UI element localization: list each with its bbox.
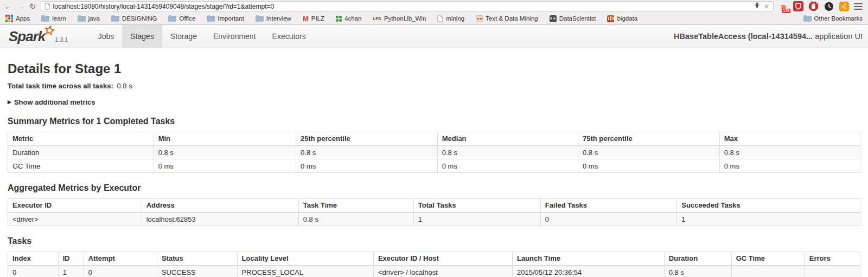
fly-icon[interactable] [754,2,761,11]
bookmark-label: PILZ [311,15,324,22]
bookmark-label: Office [179,15,195,22]
bookmark-item-office[interactable]: Office [168,15,195,22]
tab-storage[interactable]: Storage [162,25,205,48]
tab-jobs[interactable]: Jobs [90,25,123,48]
cell-min: 0.8 s [154,146,296,159]
column-header-total-tasks[interactable]: Total Tasks [413,199,540,212]
bookmark-item-learn[interactable]: learn [41,15,66,22]
menu-icon[interactable] [854,3,863,10]
tasks-table: IndexIDAttemptStatusLocality LevelExecut… [8,252,860,277]
column-header-median[interactable]: Median [437,132,578,146]
back-icon[interactable]: ← [4,2,12,10]
aggregated-metrics-heading: Aggregated Metrics by Executor [8,183,860,193]
cell-total-tasks: 1 [413,212,540,226]
screenshot-extension-icon[interactable] [839,1,849,11]
extension-badge: 178 [782,9,790,13]
table-row: <driver>localhost:628530.8 s101 [8,212,860,226]
table-row: 010SUCCESSPROCESS_LOCAL<driver> / localh… [8,266,860,277]
column-header-max[interactable]: Max [719,132,860,146]
table-header-row: IndexIDAttemptStatusLocality LevelExecut… [8,252,860,266]
url-text[interactable]: localhost:18080/history/local-1431459409… [53,3,751,10]
page-icon [44,3,50,10]
bookmark-item-4chan[interactable]: 4chan [336,15,361,22]
bookmark-item-pilz[interactable]: MPILZ [303,15,324,23]
tasks-heading: Tasks [8,236,860,246]
column-header-launch-time[interactable]: Launch Time [513,252,665,266]
cell-executor-id-host: <driver> / localhost [373,266,512,277]
show-additional-metrics-toggle[interactable]: ▶ Show additional metrics [8,98,860,106]
column-header-address[interactable]: Address [142,199,298,212]
apps-shortcut[interactable]: Apps [5,15,30,22]
bookmark-item-bigdata[interactable]: bigdata [607,15,637,22]
cell-locality-level: PROCESS_LOCAL [237,266,373,277]
column-header-attempt[interactable]: Attempt [84,252,157,266]
other-bookmarks[interactable]: Other Bookmarks [803,15,863,22]
spark-logo-text: Spark [9,28,53,45]
spark-version: 1.3.1 [55,36,68,43]
column-header-min[interactable]: Min [154,132,296,146]
table-header-row: Executor IDAddressTask TimeTotal TasksFa… [8,199,860,212]
bookmark-item-pythonlib-win[interactable]: LFDPythonLib_Win [373,15,426,22]
total-task-time-label: Total task time across all tasks: [8,82,113,90]
chevrons-extension-icon[interactable]: » 178 [778,1,788,11]
bookmark-label: Important [218,15,244,22]
shield-extension-icon[interactable] [793,1,803,11]
column-header-gc-time[interactable]: GC Time [731,252,805,266]
column-header-index[interactable]: Index [8,252,59,266]
tab-environment[interactable]: Environment [205,25,264,48]
reddit-icon [476,15,483,22]
cell-max: 0.8 s [719,146,860,159]
cell-median: 0.8 s [437,146,578,159]
forward-icon: → [17,2,25,10]
column-header-75th-percentile[interactable]: 75th percentile [578,132,719,146]
column-header-errors[interactable]: Errors [805,252,860,266]
column-header-executor-id-host[interactable]: Executor ID / Host [373,252,512,266]
browser-chrome: ← → ↻ localhost:18080/history/local-1431… [0,0,868,25]
cell-75th-percentile: 0 ms [578,159,719,173]
total-task-time: Total task time across all tasks: 0.8 s [8,82,860,90]
column-header-executor-id[interactable]: Executor ID [8,199,142,212]
column-header-id[interactable]: ID [58,252,84,266]
cell-attempt: 0 [84,266,157,277]
address-bar[interactable]: localhost:18080/history/local-1431459409… [41,1,774,11]
refresh-icon[interactable]: ↻ [29,2,36,10]
cell-median: 0 ms [437,159,578,173]
cell-executor-id: <driver> [8,212,142,226]
bookmark-item-mining[interactable]: mining [437,15,464,22]
bookmark-item-interview[interactable]: Interview [256,15,291,22]
spark-logo[interactable]: Spark 1.3.1 [9,25,68,48]
clock-extension-icon[interactable] [824,1,834,11]
bookmark-item-text-data-mining[interactable]: Text & Data Mining [476,15,538,22]
column-header-failed-tasks[interactable]: Failed Tasks [540,199,676,212]
total-task-time-value: 0.8 s [117,82,132,90]
bookmark-label: PythonLib_Win [384,15,426,22]
folder-icon [803,15,812,22]
bookmark-label: learn [52,15,66,22]
bookmark-item-datascientist[interactable]: DataScientist [550,15,596,22]
column-header-locality-level[interactable]: Locality Level [237,252,373,266]
bookmark-item-java[interactable]: java [78,15,100,22]
bookmark-item-designing[interactable]: DESIGNING [111,15,157,22]
app-suffix: application UI [815,32,863,41]
stop-hand-extension-icon[interactable] [808,1,819,11]
folder-icon [256,15,264,22]
column-header-status[interactable]: Status [157,252,237,266]
tab-stages[interactable]: Stages [122,25,162,48]
folder-icon [41,15,49,22]
cell-metric: GC Time [8,159,154,173]
column-header-duration[interactable]: Duration [664,252,731,266]
table-row: Duration0.8 s0.8 s0.8 s0.8 s0.8 s [8,146,860,159]
column-header-metric[interactable]: Metric [8,132,154,146]
bookmark-star-icon[interactable]: ★ [763,3,770,10]
bookmark-label: bigdata [617,15,637,22]
spark-star-icon [44,23,55,40]
bookmark-item-important[interactable]: Important [207,15,244,22]
cell-task-time: 0.8 s [298,212,413,226]
column-header-task-time[interactable]: Task Time [298,199,413,212]
apps-grid-icon [5,15,13,22]
app-name: HBaseTableAccess (local-14314594... [674,32,813,41]
column-header-succeeded-tasks[interactable]: Succeeded Tasks [677,199,860,212]
page-title: Details for Stage 1 [8,61,860,76]
tab-executors[interactable]: Executors [264,25,314,48]
column-header-25th-percentile[interactable]: 25th percentile [296,132,437,146]
